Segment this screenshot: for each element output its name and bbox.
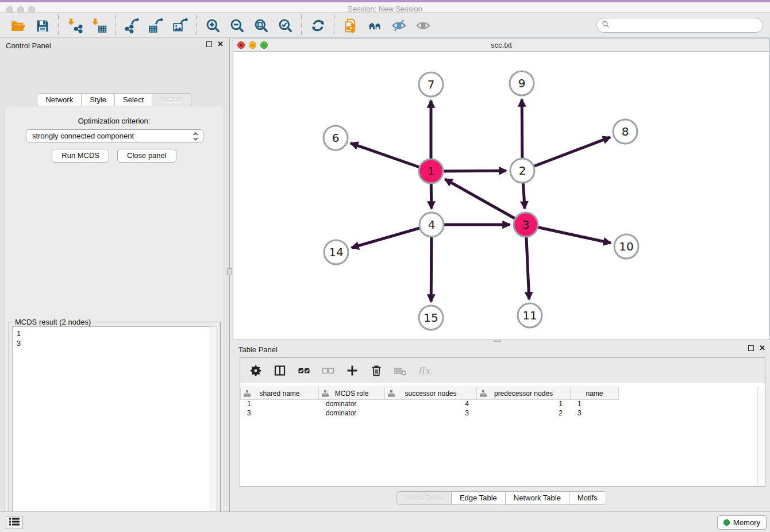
graph-node-label: 3 (522, 218, 530, 232)
export-table-icon[interactable] (144, 15, 168, 36)
export-image-icon[interactable] (168, 15, 192, 36)
control-panel-title: Control Panel (6, 41, 51, 50)
graph-edge-3-1[interactable] (445, 179, 526, 225)
delete-column-icon[interactable] (365, 361, 387, 380)
zoom-selected-icon[interactable] (273, 15, 297, 36)
shared-column-icon (480, 390, 487, 399)
panel-divider-grip[interactable] (227, 268, 232, 275)
graph-edge-3-10[interactable] (526, 225, 611, 243)
network-graph[interactable]: 7968124314101511 (233, 52, 769, 340)
table-cell[interactable]: 1 (477, 400, 571, 409)
open-file-icon[interactable] (6, 15, 30, 36)
table-settings-icon[interactable] (245, 361, 267, 380)
network-window-titlebar[interactable]: ✕ − + scc.txt (233, 38, 769, 52)
toolbar-separator (301, 14, 302, 36)
table-cell[interactable]: 3 (385, 409, 477, 418)
graph-node-label: 6 (332, 131, 340, 145)
table-cell[interactable]: 4 (385, 400, 477, 409)
table-cell[interactable]: 3 (240, 409, 319, 418)
refresh-network-icon[interactable] (306, 15, 330, 36)
status-bar: Memory (0, 511, 770, 532)
run-mcds-button[interactable]: Run MCDS (52, 149, 109, 163)
graph-node-label: 1 (428, 164, 435, 178)
table-panel: Table Panel ✕ f(x) shared nameMCDS roles… (233, 342, 770, 511)
table-cell[interactable]: 2 (477, 409, 571, 418)
column-header-successor-nodes[interactable]: successor nodes (385, 387, 477, 400)
mcds-result-text[interactable]: 1 3 (12, 326, 217, 532)
column-header-shared-name[interactable]: shared name (240, 387, 319, 400)
first-neighbors-icon[interactable] (363, 15, 387, 36)
save-session-icon[interactable] (30, 15, 54, 36)
column-header-predecessor-nodes[interactable]: predecessor nodes (477, 387, 571, 400)
mcds-panel: Optimization criterion: strongly connect… (4, 106, 224, 532)
clone-network-icon[interactable] (338, 15, 363, 36)
table-cell[interactable]: 1 (571, 400, 619, 409)
control-panel: Control Panel ✕ NetworkStyleSelectMCDS O… (0, 38, 228, 507)
tab-edge-table[interactable]: Edge Table (452, 491, 506, 505)
table-header-row: shared nameMCDS rolesuccessor nodesprede… (240, 387, 619, 400)
table-row[interactable]: 3dominator323 (240, 409, 765, 418)
close-table-panel-icon[interactable]: ✕ (759, 345, 765, 351)
network-canvas[interactable]: 7968124314101511 (233, 52, 769, 340)
control-panel-tabs: NetworkStyleSelectMCDS (0, 93, 228, 107)
tab-mcds[interactable]: MCDS (152, 93, 191, 107)
import-table-icon[interactable] (87, 15, 111, 36)
table-row[interactable]: 1dominator411 (240, 400, 765, 409)
optimization-criterion-select[interactable]: strongly connected component (26, 129, 203, 142)
shared-column-icon (322, 390, 329, 399)
graph-node-label: 10 (619, 240, 633, 253)
search-box[interactable] (596, 18, 763, 33)
graph-node-label: 15 (424, 311, 438, 325)
zoom-out-icon[interactable] (225, 15, 249, 36)
tab-network[interactable]: Network (37, 93, 82, 107)
task-history-button[interactable] (6, 516, 23, 529)
table-panel-title: Table Panel (238, 345, 278, 354)
graph-node-label: 14 (329, 245, 343, 259)
search-input[interactable] (610, 20, 763, 31)
memory-status-icon (723, 519, 730, 526)
shared-column-icon (244, 390, 251, 399)
table-rows: 1dominator4113dominator323 (240, 400, 765, 418)
float-panel-icon[interactable] (206, 41, 212, 47)
dropdown-value: strongly connected component (32, 132, 134, 140)
graph-edge-2-8[interactable] (522, 137, 610, 171)
import-network-icon[interactable] (63, 15, 87, 36)
graph-node-label: 11 (522, 309, 537, 322)
delete-table-icon[interactable] (390, 361, 411, 380)
table-panel-tabs: Node TableEdge TableNetwork TableMotifs (233, 491, 770, 505)
tab-node-table[interactable]: Node Table (396, 491, 452, 505)
column-header-name[interactable]: name (571, 387, 619, 400)
tab-style[interactable]: Style (82, 93, 115, 107)
table-cell[interactable]: dominator (319, 400, 385, 409)
zoom-fit-icon[interactable] (249, 15, 273, 36)
float-table-panel-icon[interactable] (748, 345, 754, 351)
memory-button[interactable]: Memory (717, 515, 767, 530)
function-builder-icon[interactable]: f(x) (414, 361, 436, 380)
export-network-icon[interactable] (120, 15, 144, 36)
graph-node-label: 9 (518, 76, 526, 90)
select-all-icon[interactable] (293, 361, 315, 380)
add-column-icon[interactable] (341, 361, 363, 380)
toolbar-separator (115, 14, 116, 36)
scrollbar[interactable] (210, 326, 217, 532)
tab-network-table[interactable]: Network Table (506, 491, 569, 505)
close-panel-icon[interactable]: ✕ (217, 41, 224, 47)
deselect-all-icon[interactable] (317, 361, 339, 380)
tab-motifs[interactable]: Motifs (569, 491, 606, 505)
show-all-icon[interactable] (411, 15, 435, 36)
table-cell[interactable]: 3 (571, 409, 619, 418)
tab-select[interactable]: Select (115, 93, 152, 107)
close-panel-button[interactable]: Close panel (117, 149, 176, 163)
table-cell[interactable]: 1 (240, 400, 319, 409)
mcds-result-title: MCDS result (2 nodes) (13, 318, 93, 326)
table-cell[interactable]: dominator (319, 409, 385, 418)
hide-selected-icon[interactable] (387, 15, 411, 36)
mcds-result-box: MCDS result (2 nodes) 1 3 (9, 322, 221, 532)
table-scrollbar[interactable] (757, 387, 765, 485)
column-header-MCDS-role[interactable]: MCDS role (319, 387, 385, 400)
table-toolbar: f(x) (240, 358, 765, 383)
task-list-icon (9, 518, 20, 528)
search-icon (602, 20, 610, 30)
split-panel-icon[interactable] (269, 361, 291, 380)
zoom-in-icon[interactable] (201, 15, 225, 36)
